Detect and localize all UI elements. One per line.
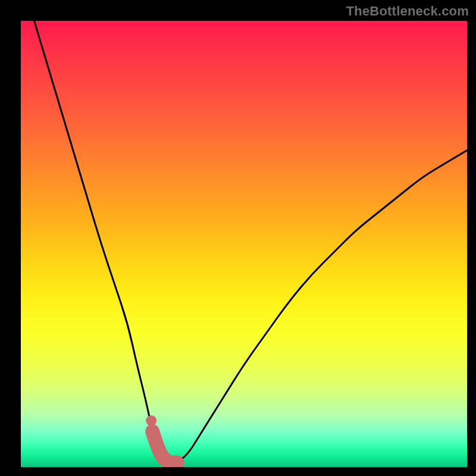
chart-frame: TheBottleneck.com	[0, 0, 476, 476]
bottleneck-curve-path	[35, 21, 468, 463]
highlight-band-path	[152, 431, 177, 463]
highlight-start-dot	[146, 415, 156, 426]
curve-layer	[21, 21, 467, 467]
watermark-text: TheBottleneck.com	[346, 4, 469, 19]
plot-area	[21, 21, 467, 467]
